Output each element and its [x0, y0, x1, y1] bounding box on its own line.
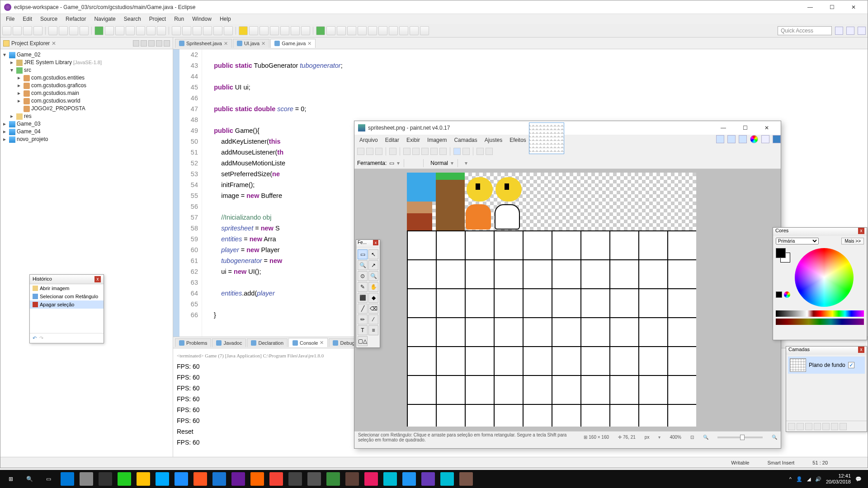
taskbar-app-icon[interactable]: [307, 472, 321, 486]
tool-button[interactable]: ✏: [358, 314, 368, 324]
zoom-out-icon[interactable]: 🔍: [703, 435, 708, 440]
notifications-icon[interactable]: 💬: [855, 476, 862, 482]
toolbar-btn[interactable]: [368, 26, 377, 35]
copy-icon[interactable]: [412, 148, 420, 155]
tool-button[interactable]: ▭: [358, 249, 368, 259]
help-icon[interactable]: [773, 135, 781, 143]
link-editor-icon[interactable]: [141, 40, 147, 47]
menu-camadas[interactable]: Camadas: [451, 136, 480, 144]
color-picker-icon[interactable]: [784, 291, 790, 298]
taskbar-app-icon[interactable]: [137, 472, 150, 486]
taskbar-app-icon[interactable]: [99, 472, 112, 486]
bottom-tab-javadoc[interactable]: Javadoc: [212, 338, 246, 347]
volume-icon[interactable]: 🔊: [815, 476, 821, 482]
toolbar-btn[interactable]: [59, 26, 68, 35]
taskbar-app-icon[interactable]: [364, 472, 378, 486]
perspective-btn[interactable]: [858, 27, 866, 35]
toolbar-btn[interactable]: [193, 26, 202, 35]
tool-button[interactable]: ≡: [368, 325, 378, 335]
network-icon[interactable]: ◢: [807, 476, 811, 482]
toolbar-btn[interactable]: [259, 26, 269, 35]
toolbar-btn[interactable]: [80, 26, 89, 35]
toolbar-btn[interactable]: [172, 26, 181, 35]
print-icon[interactable]: [389, 148, 396, 155]
close-icon[interactable]: x: [858, 347, 864, 353]
clock[interactable]: 12:41 20/03/2018: [826, 473, 851, 485]
toolbar-btn[interactable]: [182, 26, 191, 35]
image-thumbnail[interactable]: [529, 122, 564, 154]
tool-button[interactable]: T: [358, 325, 368, 335]
editor-tab[interactable]: Game.java✕: [270, 39, 316, 48]
quick-access-input[interactable]: Quick Access: [778, 26, 832, 35]
collapse-all-icon[interactable]: [133, 40, 139, 47]
tray-chevron-icon[interactable]: ^: [789, 476, 792, 482]
toolbar-btn[interactable]: [136, 26, 145, 35]
play-button[interactable]: [316, 26, 325, 35]
menu-arquivo[interactable]: Arquivo: [356, 136, 381, 144]
toolbar-btn[interactable]: [270, 26, 279, 35]
colors-window-icon[interactable]: [750, 135, 758, 143]
tool-dropdown[interactable]: ▭: [389, 160, 394, 166]
menu-project[interactable]: Project: [146, 15, 170, 23]
taskbar-app-icon[interactable]: [80, 472, 93, 486]
undo-icon[interactable]: [453, 148, 461, 155]
start-button[interactable]: ⊞: [2, 470, 20, 488]
tool-button[interactable]: ▢△: [358, 336, 368, 346]
menu-imagem[interactable]: Imagem: [424, 136, 450, 144]
close-button[interactable]: ✕: [843, 1, 864, 14]
blend-mode[interactable]: Normal: [430, 160, 448, 166]
tools-window-icon[interactable]: [716, 135, 724, 143]
color-mode-select[interactable]: Primária: [776, 238, 819, 244]
merge-down-icon[interactable]: [814, 423, 821, 430]
unit-select[interactable]: px: [645, 435, 650, 440]
toolbar-btn[interactable]: [337, 26, 346, 35]
bottom-tab-problems[interactable]: Problems: [175, 338, 211, 347]
taskbar-app-icon[interactable]: [269, 472, 283, 486]
toolbar-btn[interactable]: [115, 26, 124, 35]
taskbar-app-icon[interactable]: [402, 472, 416, 486]
toolbar-btn[interactable]: [410, 26, 419, 35]
perspective-btn[interactable]: [835, 27, 843, 35]
deselect-icon[interactable]: [439, 148, 447, 155]
toolbar-btn[interactable]: [126, 26, 135, 35]
history-item[interactable]: Selecionar com Retângulo: [30, 292, 104, 300]
toolbar-btn[interactable]: [399, 26, 408, 35]
toolbar-btn[interactable]: [213, 26, 222, 35]
menu-navigate[interactable]: Navigate: [90, 15, 119, 23]
tool-button[interactable]: ⬛: [358, 293, 368, 303]
save-icon[interactable]: [375, 148, 382, 155]
settings-icon[interactable]: [761, 135, 769, 143]
taskbar-app-icon[interactable]: [231, 472, 245, 486]
more-button[interactable]: Mais >>: [841, 238, 864, 244]
undo-icon[interactable]: ↶: [33, 335, 37, 341]
toolbar-btn[interactable]: [224, 26, 233, 35]
move-down-icon[interactable]: [831, 423, 838, 430]
taskbar-app-icon[interactable]: [193, 472, 207, 486]
crop-icon[interactable]: [430, 148, 438, 155]
canvas-area[interactable]: [354, 169, 781, 431]
redo-icon[interactable]: ↷: [39, 335, 43, 341]
open-icon[interactable]: [366, 148, 373, 155]
taskbar-app-icon[interactable]: [326, 472, 340, 486]
toolbar-btn[interactable]: [2, 26, 11, 35]
tree-item[interactable]: ▸res: [3, 113, 170, 120]
color-palette[interactable]: [776, 319, 864, 325]
toolbar-btn[interactable]: [239, 26, 248, 35]
new-icon[interactable]: [357, 148, 364, 155]
editor-tab[interactable]: UI.java✕: [233, 39, 269, 48]
tree-item[interactable]: ▸com.gcstudios.main: [3, 89, 170, 97]
tree-item[interactable]: ▸Game_03: [3, 120, 170, 128]
search-icon[interactable]: 🔍: [23, 472, 36, 486]
taskbar-app-icon[interactable]: [156, 472, 169, 486]
toolbar-btn[interactable]: [291, 26, 300, 35]
tree-item[interactable]: ▸Game_04: [3, 128, 170, 136]
close-icon[interactable]: x: [858, 228, 864, 234]
menu-efeitos[interactable]: Efeitos: [506, 136, 529, 144]
history-item[interactable]: Apagar seleção: [30, 300, 104, 309]
toolbar-btn[interactable]: [301, 26, 310, 35]
minimize-button[interactable]: —: [800, 1, 821, 14]
maximize-button[interactable]: ☐: [735, 122, 755, 134]
tool-button[interactable]: ✋: [368, 282, 378, 292]
taskbar-app-icon[interactable]: [175, 472, 188, 486]
editor-tab[interactable]: Spritesheet.java✕: [175, 39, 232, 48]
